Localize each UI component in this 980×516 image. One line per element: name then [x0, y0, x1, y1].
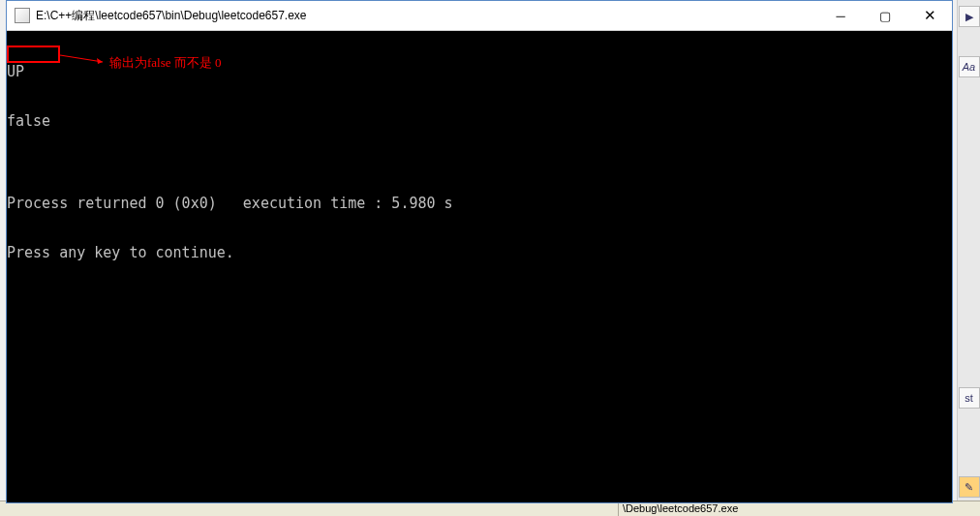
window-controls: ─ ▢ ✕ [818, 1, 952, 30]
app-icon [15, 8, 30, 23]
bg-side-btn-3: st [959, 387, 980, 409]
output-line-2: false [7, 113, 453, 130]
console-window: E:\C++编程\leetcode657\bin\Debug\leetcode6… [6, 0, 953, 503]
background-side-panel: ▶ Aa st ✎ [957, 0, 980, 503]
maximize-button[interactable]: ▢ [863, 1, 907, 30]
status-path: \Debug\leetcode657.exe [618, 501, 742, 516]
output-line-1: UP [7, 64, 453, 80]
bg-side-btn-4: ✎ [959, 476, 980, 498]
console-output[interactable]: UP false Process returned 0 (0x0) execut… [7, 31, 952, 502]
output-line-5: Press any key to continue. [7, 245, 453, 261]
close-button[interactable]: ✕ [907, 1, 952, 30]
titlebar[interactable]: E:\C++编程\leetcode657\bin\Debug\leetcode6… [7, 1, 952, 31]
close-icon: ✕ [924, 7, 936, 24]
maximize-icon: ▢ [879, 9, 891, 23]
minimize-button[interactable]: ─ [818, 1, 863, 30]
output-line-4: Process returned 0 (0x0) execution time … [7, 196, 453, 212]
minimize-icon: ─ [836, 9, 844, 23]
bg-side-btn-2: Aa [959, 56, 980, 77]
window-title: E:\C++编程\leetcode657\bin\Debug\leetcode6… [36, 8, 818, 24]
bg-side-btn-1: ▶ [959, 6, 980, 27]
console-text: UP false Process returned 0 (0x0) execut… [7, 31, 453, 294]
